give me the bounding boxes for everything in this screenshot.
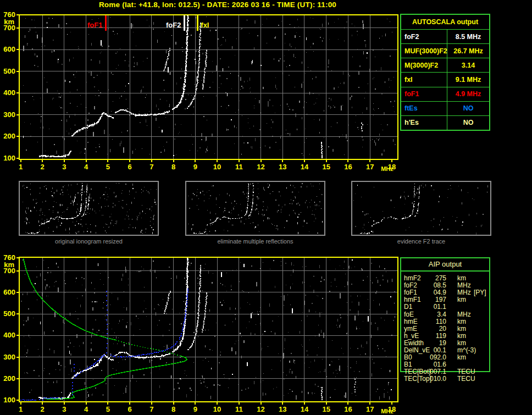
aip-row: hmF1197km: [400, 296, 490, 303]
marker-label-foF1: foF1: [87, 21, 102, 29]
y-tick-label: 500: [3, 67, 15, 75]
aip-param-label: ymE: [404, 325, 417, 332]
autoscala-screen: Rome (lat: +41.8, lon: 012.5) - DATE: 20…: [0, 0, 532, 415]
aip-param-label: h_vE: [404, 333, 419, 339]
plot-border: [19, 15, 398, 159]
y-tick-label: 300: [3, 110, 15, 119]
autoscala-param-value: 9.1 MHz: [447, 73, 489, 86]
x-tick-label: 5: [106, 405, 110, 413]
x-tick-label: 7: [149, 163, 153, 171]
aip-param-unit: km: [457, 275, 466, 281]
grid: [19, 15, 398, 159]
aip-row: B101.6: [400, 361, 490, 368]
aip-param-unit: MHz: [457, 289, 471, 296]
x-tick-label: 2: [41, 163, 45, 171]
x-tick-label: 12: [257, 405, 264, 413]
x-tick-label: 4: [84, 405, 88, 413]
aip-output-table: AIP output hmF2275kmfoF208.5MHzfoF104.9M…: [400, 257, 490, 389]
thumbnail-panel-3: [352, 181, 491, 235]
spread-column: [321, 142, 323, 158]
spread-column: [106, 291, 108, 353]
x-tick-label: 15: [322, 405, 330, 413]
blue-restored-E: [20, 399, 43, 401]
x-tick-label: 1: [19, 405, 23, 413]
aip-row: foE3.4MHz: [400, 311, 490, 318]
autoscala-param-label: fxI: [401, 73, 447, 86]
y-tick-label: 500: [3, 309, 15, 318]
autoscala-param-value: 26.7 MHz: [447, 44, 489, 58]
spread-column: [354, 379, 356, 393]
x-tick-label: 11: [235, 163, 243, 171]
aip-row: foF104.9MHz[PY]: [400, 289, 490, 296]
thumbnail-panel-1: [19, 181, 158, 235]
aip-row: h_vE119km: [400, 333, 490, 339]
autoscala-row: foF14.9 MHz: [401, 87, 489, 102]
x-tick-label: 16: [344, 405, 352, 413]
aip-param-note: [PY]: [474, 289, 486, 296]
x-tick-label: 12: [257, 163, 264, 171]
bottom-ionogram-plot: 123456789101112131415161718MHz1002003004…: [3, 253, 398, 414]
x-tick-label: 3: [62, 405, 66, 413]
x-axis-unit: MHz: [381, 408, 394, 414]
aip-param-label: foF1: [404, 289, 417, 296]
aip-param-value: 01.6: [421, 361, 446, 368]
aip-param-value: 110: [421, 318, 446, 325]
aip-table-title: AIP output: [400, 260, 490, 268]
aip-param-label: hmF1: [404, 296, 421, 303]
aip-param-value: 08.5: [421, 282, 446, 289]
y-tick-label: 200: [3, 132, 15, 140]
aip-param-value: 119: [421, 333, 446, 339]
top-ionogram-plot: 123456789101112131415161718MHz1002003004…: [3, 10, 398, 172]
thumbnail-caption-3: evidence F2 trace: [352, 238, 491, 245]
aip-param-label: hmF2: [404, 275, 421, 281]
aip-row: B0092.0km: [400, 354, 490, 361]
aip-row: DelN_vE00.1m^(-3): [400, 347, 490, 353]
trace-x-upper-branch: [202, 49, 208, 90]
y-axis-unit: km: [4, 18, 14, 26]
axis-labels: 123456789101112131415161718MHz1002003004…: [3, 253, 396, 414]
aip-param-unit: MHz: [457, 311, 471, 318]
autoscala-param-label: foF1: [401, 87, 447, 101]
x-tick-label: 4: [84, 163, 88, 171]
y-tick-label: 400: [3, 331, 15, 339]
aip-param-value: 20: [421, 325, 446, 332]
y-tick-label: 100: [3, 154, 15, 162]
aip-param-value: 092.0: [421, 354, 446, 361]
aip-row: foF208.5MHz: [400, 282, 490, 289]
aip-param-unit: km: [457, 333, 466, 339]
spread-column: [361, 123, 363, 131]
aip-param-value: 3.4: [421, 311, 446, 318]
thumb-trace-F1-dip: [384, 218, 385, 218]
marker-label-foF2: foF2: [166, 21, 181, 29]
aip-param-label: foE: [404, 311, 414, 318]
thumbnail-caption-2: eliminate multiple reflections: [186, 238, 325, 245]
electron-density-profile: [23, 258, 187, 399]
x-tick-label: 13: [279, 405, 286, 413]
autoscala-row: ftEsNO: [401, 102, 489, 116]
x-tick-label: 1: [19, 163, 23, 171]
x-tick-label: 5: [106, 163, 110, 171]
autoscala-param-label: h'Es: [401, 116, 447, 130]
trace-F2-flat-b: [135, 110, 170, 117]
marker-fxI: fxI: [197, 15, 209, 31]
trace-E-layer: [39, 151, 71, 157]
trace-F2-o-asymptote: [172, 258, 188, 352]
x-tick-label: 9: [193, 163, 197, 171]
autoscala-table-rows: foF28.5 MHzMUF(3000)F226.7 MHzM(3000)F23…: [401, 30, 489, 130]
aip-param-value: 007.1: [421, 368, 446, 375]
marker-foF2: foF2: [166, 15, 185, 31]
trace-second-hop-echo: [163, 48, 170, 71]
aip-param-label: B1: [404, 361, 412, 368]
x-tick-label: 17: [366, 405, 374, 413]
trace-F1-rise: [72, 112, 104, 136]
autoscala-param-label: M(3000)F2: [401, 58, 447, 72]
x-tick-label: 11: [235, 405, 243, 413]
aip-param-value: 01.1: [421, 303, 446, 310]
aip-row: ymE20km: [400, 325, 490, 332]
profile-lower: [71, 356, 187, 393]
autoscala-param-value: 3.14: [447, 58, 489, 72]
autoscala-param-value: NO: [447, 116, 489, 130]
thumbnail-caption-1: original ionogram resized: [19, 238, 158, 245]
autoscala-row: MUF(3000)F226.7 MHz: [401, 44, 489, 58]
x-tick-label: 15: [322, 163, 330, 171]
